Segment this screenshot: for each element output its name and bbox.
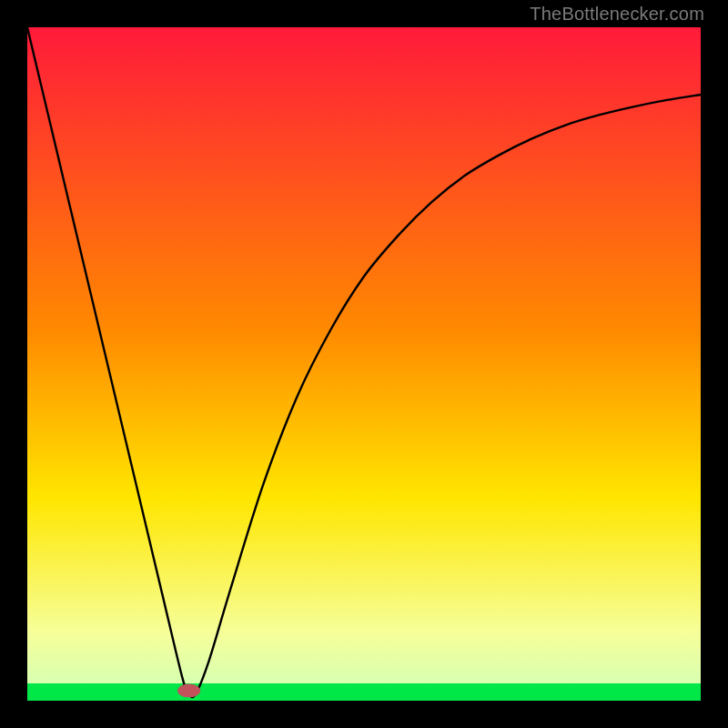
watermark-text: TheBottlenecker.com: [530, 4, 704, 25]
plot-area: [27, 27, 701, 701]
optimum-marker: [177, 684, 200, 698]
bottleneck-chart: [27, 27, 701, 701]
chart-frame: TheBottlenecker.com: [0, 0, 728, 728]
gradient-background: [27, 27, 701, 701]
